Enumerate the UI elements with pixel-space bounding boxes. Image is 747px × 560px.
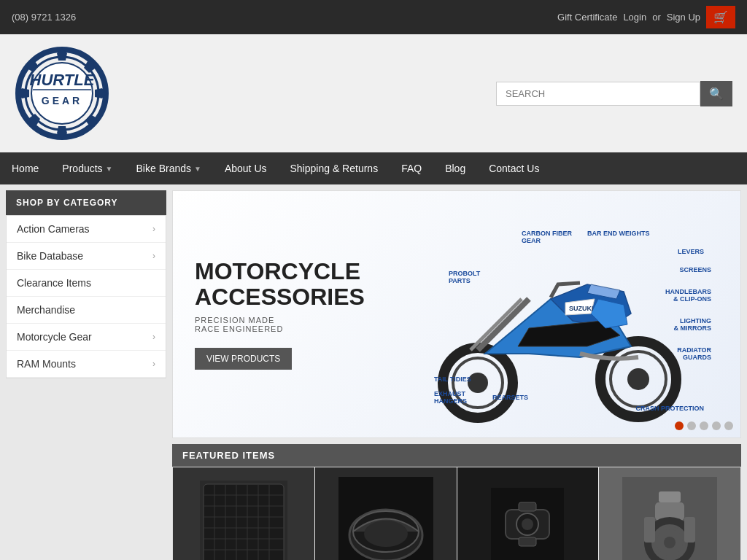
- label-bar-end: BAR END WEIGHTS: [587, 230, 650, 237]
- svg-rect-56: [684, 517, 695, 542]
- svg-marker-10: [29, 114, 40, 125]
- expand-icon: ›: [152, 332, 155, 342]
- carousel-dot-3[interactable]: [700, 421, 708, 430]
- product-image-4: [599, 467, 740, 560]
- label-rearsets: REARSETS: [492, 394, 528, 401]
- featured-item-1[interactable]: [173, 467, 315, 560]
- view-products-button[interactable]: View Products: [195, 348, 292, 370]
- label-exhaust: EXHAUSTHANGERS: [434, 390, 467, 405]
- main-nav: Home Products ▼ Bike Brands ▼ About Us S…: [0, 152, 747, 184]
- chevron-down-icon: ▼: [106, 165, 113, 173]
- label-crash: CRASH PROTECTION: [635, 405, 704, 412]
- featured-grid: [172, 467, 741, 560]
- svg-text:GEAR: GEAR: [42, 95, 82, 106]
- label-carbon-fiber: CARBON FIBERGEAR: [522, 230, 572, 244]
- sidebar-item-ram-mounts[interactable]: RAM Mounts ›: [7, 351, 166, 378]
- phone-number: (08) 9721 1326: [12, 12, 76, 23]
- nav-products[interactable]: Products ▼: [50, 152, 124, 184]
- label-radiator: RADIATORGUARDS: [677, 346, 711, 361]
- chevron-down-icon: ▼: [194, 165, 201, 173]
- nav-home[interactable]: Home: [0, 152, 50, 184]
- featured-item-3[interactable]: [457, 467, 600, 560]
- logo-area: HURTLE GEAR: [15, 46, 109, 141]
- featured-item-2[interactable]: [315, 467, 457, 560]
- top-bar: (08) 9721 1326 Gift Certificate Login or…: [0, 0, 747, 34]
- label-levers: LEVERS: [678, 248, 704, 255]
- nav-shipping[interactable]: Shipping & Returns: [279, 152, 390, 184]
- expand-icon: ›: [152, 359, 155, 369]
- sidebar-item-bike-database[interactable]: Bike Database ›: [7, 243, 166, 270]
- carousel-dots: [675, 421, 733, 430]
- svg-rect-48: [519, 537, 536, 546]
- hero-banner: MOTORCYCLE ACCESSORIES PRECISION MADERAC…: [172, 190, 741, 438]
- nav-blog[interactable]: Blog: [433, 152, 477, 184]
- top-bar-right: Gift Certificate Login or Sign Up 🛒: [557, 6, 735, 28]
- label-handlebars: HANDLEBARS& CLIP-ONS: [665, 288, 711, 303]
- sidebar-header: SHOP BY CATEGORY: [6, 190, 166, 215]
- hero-area: MOTORCYCLE ACCESSORIES PRECISION MADERAC…: [172, 190, 741, 560]
- expand-icon: ›: [152, 224, 155, 234]
- header: HURTLE GEAR 🔍: [0, 34, 747, 152]
- svg-point-46: [522, 518, 533, 530]
- featured-section: FEATURED ITEMS: [172, 444, 741, 560]
- featured-header: FEATURED ITEMS: [172, 444, 741, 467]
- hero-background: MOTORCYCLE ACCESSORIES PRECISION MADERAC…: [173, 191, 740, 438]
- svg-text:SUZUKI: SUZUKI: [569, 305, 594, 312]
- carousel-dot-1[interactable]: [675, 421, 684, 430]
- expand-icon: ›: [152, 251, 155, 261]
- sidebar-body: Action Cameras › Bike Database › Clearan…: [6, 215, 166, 378]
- product-image-2: [315, 467, 457, 560]
- nav-faq[interactable]: FAQ: [390, 152, 433, 184]
- product-image-1: [173, 467, 314, 560]
- search-input[interactable]: [496, 82, 700, 106]
- label-lighting: LIGHTING& MIRRORS: [674, 317, 712, 332]
- carousel-dot-5[interactable]: [724, 421, 733, 430]
- nav-about[interactable]: About Us: [213, 152, 279, 184]
- label-screens: SCREENS: [679, 266, 711, 273]
- sidebar-item-clearance[interactable]: Clearance Items: [7, 270, 166, 297]
- svg-point-42: [364, 521, 408, 547]
- featured-item-4[interactable]: [599, 467, 740, 560]
- carousel-dot-4[interactable]: [712, 421, 721, 430]
- nav-bike-brands[interactable]: Bike Brands ▼: [125, 152, 213, 184]
- search-button[interactable]: 🔍: [700, 81, 732, 106]
- search-bar: 🔍: [496, 81, 732, 106]
- label-probolt: PROBOLTPARTS: [449, 270, 480, 284]
- svg-rect-55: [644, 517, 655, 542]
- svg-point-54: [664, 537, 676, 548]
- cart-button[interactable]: 🛒: [706, 6, 735, 28]
- hero-subtitle: PRECISION MADERACE ENGINEERED: [195, 316, 365, 333]
- svg-text:HURTLE: HURTLE: [30, 71, 96, 89]
- signup-link[interactable]: Sign Up: [667, 12, 700, 23]
- sidebar-item-action-cameras[interactable]: Action Cameras ›: [7, 216, 166, 243]
- hero-left-content: MOTORCYCLE ACCESSORIES PRECISION MADERAC…: [173, 237, 387, 392]
- svg-point-18: [627, 368, 649, 390]
- nav-contact[interactable]: Contact Us: [477, 152, 551, 184]
- logo-gear-icon: HURTLE GEAR: [15, 46, 109, 141]
- hero-title: MOTORCYCLE ACCESSORIES: [195, 259, 365, 310]
- svg-rect-50: [659, 491, 681, 502]
- sidebar-item-motorcycle-gear[interactable]: Motorcycle Gear ›: [7, 324, 166, 351]
- sidebar-item-merchandise[interactable]: Merchandise: [7, 297, 166, 324]
- label-tail: TAIL TIDIES: [434, 376, 471, 383]
- carousel-dot-2[interactable]: [687, 421, 696, 430]
- sidebar: SHOP BY CATEGORY Action Cameras › Bike D…: [6, 190, 166, 560]
- svg-rect-47: [519, 502, 536, 511]
- product-image-3: [457, 467, 599, 560]
- gift-certificate-link[interactable]: Gift Certificate: [557, 12, 617, 23]
- svg-marker-9: [85, 114, 97, 126]
- bike-illustration: SUZUKI CARBON FIBERGEAR BAR END WEIGHTS …: [405, 226, 711, 423]
- or-text: or: [652, 12, 661, 23]
- login-link[interactable]: Login: [623, 12, 646, 23]
- svg-rect-26: [204, 484, 284, 561]
- main-content: SHOP BY CATEGORY Action Cameras › Bike D…: [0, 184, 747, 560]
